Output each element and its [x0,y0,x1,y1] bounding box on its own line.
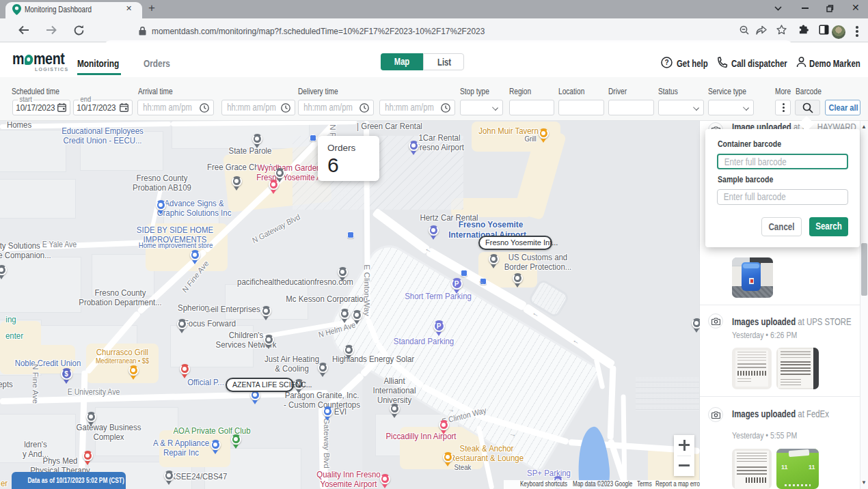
svg-text:?: ? [664,59,668,66]
